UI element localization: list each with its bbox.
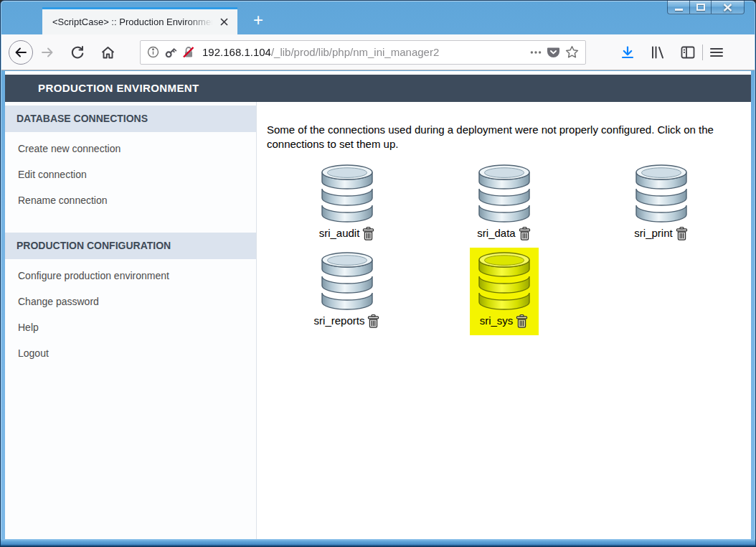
connection-sri_sys[interactable]: sri_sys bbox=[470, 248, 539, 335]
database-icon bbox=[477, 164, 531, 225]
navigation-toolbar: 192.168.1.104/_lib/prod/lib/php/nm_ini_m… bbox=[1, 34, 755, 70]
section-title: PRODUCTION CONFIGURATION bbox=[5, 233, 256, 259]
bookmark-star-icon[interactable] bbox=[565, 45, 579, 59]
sidebar-item-logout[interactable]: Logout bbox=[5, 340, 256, 366]
connection-sri_audit[interactable]: sri_audit bbox=[313, 160, 382, 248]
connection-label: sri_print bbox=[634, 227, 672, 239]
database-icon bbox=[634, 164, 689, 225]
connection-label: sri_sys bbox=[480, 314, 514, 327]
close-button[interactable] bbox=[711, 1, 745, 14]
browser-window: <ScriptCase> :: Production Environment + bbox=[0, 0, 756, 547]
database-icon-highlighted bbox=[477, 251, 531, 313]
browser-tab[interactable]: <ScriptCase> :: Production Environment bbox=[42, 7, 237, 34]
page-actions-icon[interactable] bbox=[530, 50, 542, 55]
trash-icon[interactable] bbox=[367, 314, 379, 328]
sidebar-item-create-new-connection[interactable]: Create new connection bbox=[5, 136, 256, 162]
download-icon[interactable] bbox=[620, 45, 635, 60]
window-bottom-border bbox=[1, 539, 755, 546]
connection-label: sri_reports bbox=[314, 314, 365, 327]
sidebar-item-configure-production-environment[interactable]: Configure production environment bbox=[5, 263, 256, 289]
forward-icon[interactable] bbox=[40, 45, 55, 60]
connection-label: sri_data bbox=[477, 227, 515, 239]
home-icon[interactable] bbox=[100, 45, 115, 60]
minimize-button[interactable] bbox=[667, 1, 689, 14]
reload-icon[interactable] bbox=[70, 45, 85, 60]
url-bar[interactable]: 192.168.1.104/_lib/prod/lib/php/nm_ini_m… bbox=[140, 40, 586, 65]
trash-icon[interactable] bbox=[519, 226, 531, 240]
trash-icon[interactable] bbox=[362, 226, 374, 240]
tab-title: <ScriptCase> :: Production Environment bbox=[52, 17, 216, 27]
key-icon[interactable] bbox=[164, 46, 177, 59]
toolbar-separator bbox=[702, 45, 703, 60]
menu-hamburger-icon[interactable] bbox=[710, 47, 723, 57]
sidebar-section-production-configuration: PRODUCTION CONFIGURATION Configure produ… bbox=[5, 233, 256, 366]
connections-grid: sri_audit sri_data s bbox=[268, 160, 740, 335]
back-icon[interactable] bbox=[9, 40, 33, 65]
main-area: Some of the connections used during a de… bbox=[257, 102, 751, 539]
pocket-icon[interactable] bbox=[547, 46, 560, 59]
info-icon[interactable] bbox=[147, 46, 159, 58]
page-title: PRODUCTION ENVIRONMENT bbox=[5, 75, 751, 102]
page-content: PRODUCTION ENVIRONMENT DATABASE CONNECTI… bbox=[5, 71, 751, 539]
trash-icon[interactable] bbox=[676, 226, 688, 240]
sidebar-section-database-connections: DATABASE CONNECTIONS Create new connecti… bbox=[5, 106, 256, 213]
database-icon bbox=[320, 251, 374, 313]
url-host: 192.168.1.104 bbox=[202, 46, 271, 58]
new-tab-button[interactable]: + bbox=[245, 7, 272, 34]
url-path: /_lib/prod/lib/php/nm_ini_manager2 bbox=[271, 46, 439, 58]
warning-message: Some of the connections used during a de… bbox=[267, 123, 717, 151]
sidebar-item-rename-connection[interactable]: Rename connection bbox=[5, 187, 256, 213]
insecure-lock-icon[interactable] bbox=[182, 46, 195, 59]
database-icon bbox=[320, 164, 374, 225]
connection-sri_data[interactable]: sri_data bbox=[470, 160, 539, 248]
section-title: DATABASE CONNECTIONS bbox=[5, 106, 256, 132]
tab-close-icon[interactable] bbox=[216, 14, 232, 30]
url-text[interactable]: 192.168.1.104/_lib/prod/lib/php/nm_ini_m… bbox=[202, 46, 525, 58]
connection-sri_reports[interactable]: sri_reports bbox=[313, 248, 382, 335]
sidebar-item-edit-connection[interactable]: Edit connection bbox=[5, 162, 256, 187]
maximize-button[interactable] bbox=[689, 1, 711, 14]
sidebar-panel-icon[interactable] bbox=[681, 46, 695, 59]
tab-strip: <ScriptCase> :: Production Environment + bbox=[1, 1, 755, 34]
connection-sri_print[interactable]: sri_print bbox=[627, 160, 696, 248]
window-controls bbox=[667, 1, 745, 14]
trash-icon[interactable] bbox=[516, 314, 528, 328]
sidebar: DATABASE CONNECTIONS Create new connecti… bbox=[5, 102, 257, 539]
library-icon[interactable] bbox=[651, 45, 665, 60]
connection-label: sri_audit bbox=[319, 227, 360, 239]
sidebar-item-help[interactable]: Help bbox=[5, 314, 256, 340]
sidebar-item-change-password[interactable]: Change password bbox=[5, 289, 256, 314]
